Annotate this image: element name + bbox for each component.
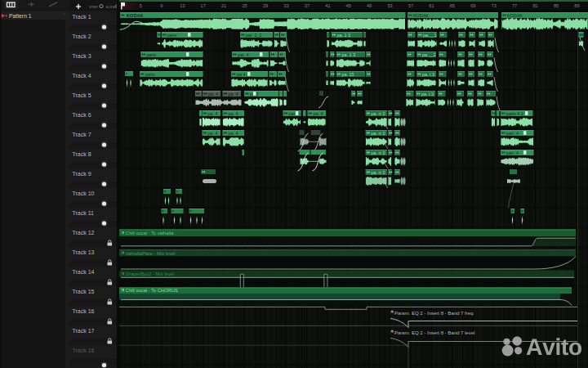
svg-text:pa 4 2: pa 4 2: [237, 72, 249, 77]
svg-text:pa. 1 3: pa. 1 3: [342, 52, 356, 57]
svg-text:13: 13: [180, 3, 185, 8]
svg-text:pa. t 3: pa. t 3: [422, 72, 434, 77]
svg-text:Chill vocal - To CHORUS: Chill vocal - To CHORUS: [126, 288, 178, 293]
svg-text:pa. 15: pa. 15: [342, 72, 354, 77]
svg-text:par. 2_2: par. 2_2: [246, 33, 261, 38]
svg-text:pa. rt 3: pa. rt 3: [372, 111, 385, 116]
svg-text:pari. 4: pari. 4: [506, 131, 519, 136]
svg-text:pa. 4: pa. 4: [229, 111, 238, 116]
svg-text:pari. 4: pari. 4: [506, 150, 519, 155]
svg-text:77: 77: [512, 3, 517, 8]
svg-text:pa. 4: pa. 4: [314, 111, 323, 116]
svg-text:paris: paris: [167, 33, 177, 38]
svg-text:Param. EQ 2 - Insert 8 - Band: Param. EQ 2 - Insert 8 - Band 7 level: [394, 330, 474, 335]
svg-text:ValhallaPlate - Mix level: ValhallaPlate - Mix level: [126, 251, 176, 256]
svg-text:pa. 4: pa. 4: [208, 111, 218, 116]
svg-text:Track 8: Track 8: [73, 151, 91, 157]
svg-text:53: 53: [387, 3, 392, 8]
svg-text:5: 5: [140, 3, 142, 8]
svg-text:par. 4: par. 4: [238, 52, 249, 57]
svg-text:pa. rt 3: pa. rt 3: [372, 170, 385, 175]
svg-text:SLIDE: SLIDE: [106, 5, 116, 9]
svg-text:KODAK: KODAK: [507, 13, 523, 18]
svg-text:73: 73: [492, 3, 497, 8]
svg-text:Track 10: Track 10: [73, 191, 95, 196]
svg-text:pa.__2: pa.__2: [422, 52, 436, 57]
svg-text:17: 17: [201, 3, 206, 8]
svg-text:Track 3: Track 3: [73, 53, 91, 59]
svg-text:85: 85: [554, 3, 559, 8]
svg-text:KODAK: KODAK: [127, 13, 144, 18]
svg-text:pa. 4: pa. 4: [229, 92, 238, 96]
svg-text:Chill vocal - To valhalla: Chill vocal - To valhalla: [126, 231, 175, 236]
svg-text:KODAK: KODAK: [413, 13, 429, 18]
svg-text:Track 13: Track 13: [73, 249, 95, 255]
svg-text:Track 4: Track 4: [73, 73, 91, 79]
svg-text:Track 18: Track 18: [73, 348, 95, 353]
svg-text:Track 7: Track 7: [73, 132, 91, 137]
svg-text:pa. rt 3: pa. rt 3: [372, 150, 385, 155]
svg-text:21: 21: [221, 3, 226, 8]
svg-text:pa. 4: pa. 4: [208, 92, 218, 96]
svg-text:69: 69: [470, 3, 475, 8]
svg-text:pa. 1 3: pa. 1 3: [337, 33, 351, 38]
svg-text:37: 37: [305, 3, 310, 8]
svg-text:41: 41: [325, 3, 330, 8]
svg-text:paris 4 2: paris 4 2: [506, 111, 523, 116]
svg-text:Track 12: Track 12: [73, 230, 95, 236]
svg-text:45: 45: [346, 3, 351, 8]
svg-text:65: 65: [450, 3, 455, 8]
svg-text:61: 61: [429, 3, 434, 8]
svg-text:Track 11: Track 11: [73, 210, 95, 216]
svg-text:pa. rt 3: pa. rt 3: [372, 131, 385, 136]
svg-text:Param. EQ 2 - Insert 8 - Band: Param. EQ 2 - Insert 8 - Band 7 freq: [394, 311, 473, 316]
svg-text:paris: paris: [145, 72, 155, 77]
svg-text:Track 15: Track 15: [73, 289, 95, 294]
svg-text:81: 81: [532, 3, 537, 8]
svg-text:9: 9: [160, 3, 163, 8]
svg-text:Track 6: Track 6: [73, 112, 91, 118]
svg-text:pa. 4: pa. 4: [208, 131, 218, 136]
svg-text:89: 89: [574, 3, 579, 8]
svg-text:Track 9: Track 9: [73, 171, 91, 177]
svg-text:STEP: STEP: [89, 5, 98, 9]
svg-text:Pattern 1: Pattern 1: [9, 13, 32, 19]
svg-text:ShaperBox2 - Mix level: ShaperBox2 - Mix level: [126, 272, 175, 276]
svg-text:pa. t 3: pa. t 3: [421, 92, 434, 96]
svg-text:49: 49: [367, 3, 372, 8]
svg-text:Track 14: Track 14: [73, 269, 95, 275]
svg-text:25: 25: [242, 3, 247, 8]
svg-text:33: 33: [283, 3, 288, 8]
svg-text:Track 2: Track 2: [73, 34, 91, 39]
svg-text:Track 17: Track 17: [73, 328, 95, 334]
svg-text:pa. 4: pa. 4: [229, 131, 238, 136]
svg-text:Track 1: Track 1: [73, 14, 91, 20]
svg-text:paris: paris: [146, 52, 156, 57]
svg-text:pa.__1: pa.__1: [423, 33, 437, 38]
svg-text:Track 5: Track 5: [73, 92, 91, 98]
svg-text:Track 16: Track 16: [73, 308, 95, 314]
svg-text:29: 29: [263, 3, 268, 8]
svg-text:57: 57: [408, 3, 413, 8]
